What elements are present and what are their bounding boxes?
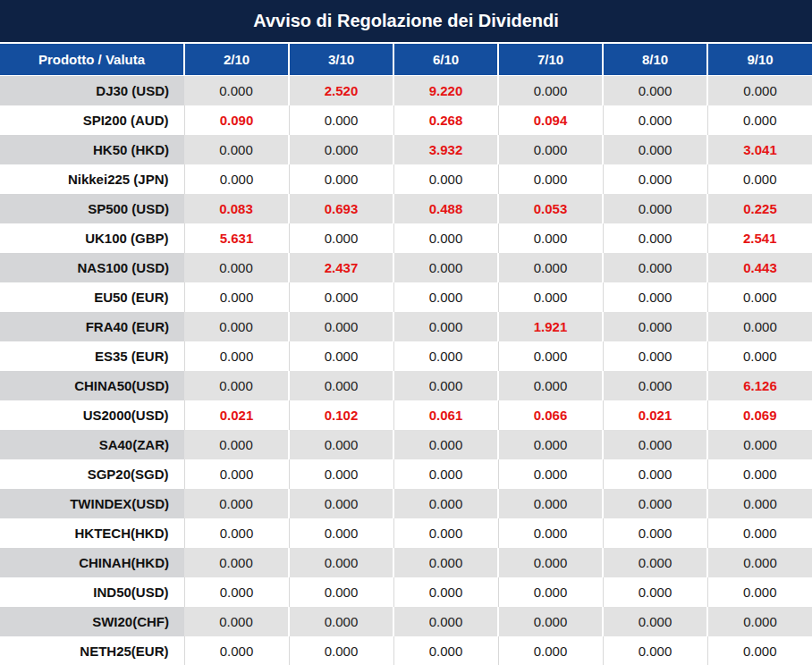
page-title: Avviso di Regolazione dei Dividendi xyxy=(253,11,559,31)
date-column-header: 3/10 xyxy=(289,44,393,76)
dividend-value-cell: 0.000 xyxy=(603,164,707,194)
product-cell: TWINDEX(USD) xyxy=(0,489,184,518)
table-row: NETH25(EUR)0.0000.0000.0000.0000.0000.00… xyxy=(0,636,812,665)
product-cell: SA40(ZAR) xyxy=(0,430,184,459)
dividend-value-cell: 0.094 xyxy=(498,105,603,135)
dividend-value-cell: 0.000 xyxy=(289,577,393,607)
table-row: US2000(USD)0.0210.1020.0610.0660.0210.06… xyxy=(0,400,812,430)
dividend-value-cell: 0.090 xyxy=(184,105,289,135)
dividend-value-cell: 0.000 xyxy=(603,312,707,341)
dividend-value-cell: 0.000 xyxy=(707,341,812,371)
dividend-value-cell: 0.000 xyxy=(707,518,812,548)
dividend-value-cell: 0.000 xyxy=(603,282,707,312)
dividend-value-cell: 0.000 xyxy=(707,312,812,341)
dividend-value-cell: 0.000 xyxy=(393,577,498,607)
product-cell: SWI20(CHF) xyxy=(0,607,184,636)
notice-title-bar: Avviso di Regolazione dei Dividendi xyxy=(0,0,812,42)
dividend-value-cell: 0.000 xyxy=(289,135,393,164)
dividend-value-cell: 0.069 xyxy=(707,400,812,430)
dividend-value-cell: 0.000 xyxy=(707,430,812,459)
dividend-value-cell: 0.000 xyxy=(603,548,707,577)
dividend-value-cell: 0.000 xyxy=(603,194,707,223)
dividend-value-cell: 0.021 xyxy=(184,400,289,430)
dividend-value-cell: 9.220 xyxy=(393,76,498,106)
dividend-value-cell: 0.021 xyxy=(603,400,707,430)
dividend-value-cell: 0.000 xyxy=(289,489,393,518)
table-row: SGP20(SGD)0.0000.0000.0000.0000.0000.000 xyxy=(0,459,812,489)
table-row: EU50 (EUR)0.0000.0000.0000.0000.0000.000 xyxy=(0,282,812,312)
dividend-value-cell: 0.000 xyxy=(289,341,393,371)
dividend-value-cell: 0.000 xyxy=(184,607,289,636)
dividend-value-cell: 0.000 xyxy=(707,105,812,135)
table-row: SA40(ZAR)0.0000.0000.0000.0000.0000.000 xyxy=(0,430,812,459)
dividend-value-cell: 0.061 xyxy=(393,400,498,430)
dividend-value-cell: 0.000 xyxy=(184,577,289,607)
dividend-value-cell: 0.000 xyxy=(498,253,603,282)
product-cell: HK50 (HKD) xyxy=(0,135,184,164)
dividend-value-cell: 0.000 xyxy=(498,223,603,253)
dividend-value-cell: 0.000 xyxy=(184,76,289,106)
date-column-header: 8/10 xyxy=(603,44,707,76)
dividend-value-cell: 1.921 xyxy=(498,312,603,341)
dividend-value-cell: 2.541 xyxy=(707,223,812,253)
dividend-value-cell: 0.000 xyxy=(603,577,707,607)
dividend-value-cell: 0.000 xyxy=(603,607,707,636)
dividend-value-cell: 0.000 xyxy=(393,636,498,665)
table-row: CHINA50(USD)0.0000.0000.0000.0000.0006.1… xyxy=(0,371,812,400)
dividend-value-cell: 0.000 xyxy=(289,430,393,459)
dividend-value-cell: 0.000 xyxy=(289,636,393,665)
dividend-value-cell: 3.932 xyxy=(393,135,498,164)
dividend-value-cell: 0.066 xyxy=(498,400,603,430)
dividend-value-cell: 0.000 xyxy=(707,548,812,577)
dividends-table: Prodotto / Valuta 2/103/106/107/108/109/… xyxy=(0,44,812,665)
table-row: DJ30 (USD)0.0002.5209.2200.0000.0000.000 xyxy=(0,76,812,106)
dividend-value-cell: 0.000 xyxy=(393,223,498,253)
dividend-value-cell: 0.000 xyxy=(707,489,812,518)
dividend-value-cell: 6.126 xyxy=(707,371,812,400)
dividend-value-cell: 0.000 xyxy=(393,282,498,312)
dividend-value-cell: 0.443 xyxy=(707,253,812,282)
dividend-value-cell: 0.000 xyxy=(184,636,289,665)
dividend-value-cell: 0.000 xyxy=(393,341,498,371)
table-row: NAS100 (USD)0.0002.4370.0000.0000.0000.4… xyxy=(0,253,812,282)
table-row: IND50(USD)0.0000.0000.0000.0000.0000.000 xyxy=(0,577,812,607)
dividend-value-cell: 0.268 xyxy=(393,105,498,135)
dividend-value-cell: 0.000 xyxy=(603,223,707,253)
dividend-value-cell: 0.000 xyxy=(603,371,707,400)
dividend-value-cell: 5.631 xyxy=(184,223,289,253)
dividend-value-cell: 0.053 xyxy=(498,194,603,223)
dividend-value-cell: 0.000 xyxy=(603,135,707,164)
dividend-value-cell: 0.000 xyxy=(498,459,603,489)
product-cell: SPI200 (AUD) xyxy=(0,105,184,135)
dividend-value-cell: 0.000 xyxy=(707,164,812,194)
dividend-value-cell: 0.000 xyxy=(289,164,393,194)
dividend-value-cell: 0.000 xyxy=(498,282,603,312)
dividend-value-cell: 0.000 xyxy=(184,371,289,400)
dividend-value-cell: 0.000 xyxy=(184,312,289,341)
dividend-value-cell: 0.000 xyxy=(184,164,289,194)
table-row: FRA40 (EUR)0.0000.0000.0001.9210.0000.00… xyxy=(0,312,812,341)
dividend-value-cell: 0.000 xyxy=(498,76,603,106)
dividend-value-cell: 0.000 xyxy=(707,607,812,636)
product-cell: DJ30 (USD) xyxy=(0,76,184,106)
dividend-value-cell: 0.000 xyxy=(289,607,393,636)
product-cell: ES35 (EUR) xyxy=(0,341,184,371)
table-row: HKTECH(HKD)0.0000.0000.0000.0000.0000.00… xyxy=(0,518,812,548)
dividend-value-cell: 0.000 xyxy=(707,459,812,489)
dividend-value-cell: 0.000 xyxy=(498,636,603,665)
table-row: ES35 (EUR)0.0000.0000.0000.0000.0000.000 xyxy=(0,341,812,371)
dividend-value-cell: 0.693 xyxy=(289,194,393,223)
product-cell: IND50(USD) xyxy=(0,577,184,607)
dividend-value-cell: 0.000 xyxy=(498,135,603,164)
table-row: HK50 (HKD)0.0000.0003.9320.0000.0003.041 xyxy=(0,135,812,164)
dividend-value-cell: 0.000 xyxy=(707,636,812,665)
product-cell: US2000(USD) xyxy=(0,400,184,430)
product-column-header: Prodotto / Valuta xyxy=(0,44,184,76)
table-row: SPI200 (AUD)0.0900.0000.2680.0940.0000.0… xyxy=(0,105,812,135)
product-cell: Nikkei225 (JPN) xyxy=(0,164,184,194)
table-row: TWINDEX(USD)0.0000.0000.0000.0000.0000.0… xyxy=(0,489,812,518)
product-cell: UK100 (GBP) xyxy=(0,223,184,253)
dividend-value-cell: 0.000 xyxy=(498,518,603,548)
table-header-row: Prodotto / Valuta 2/103/106/107/108/109/… xyxy=(0,44,812,76)
table-row: CHINAH(HKD)0.0000.0000.0000.0000.0000.00… xyxy=(0,548,812,577)
